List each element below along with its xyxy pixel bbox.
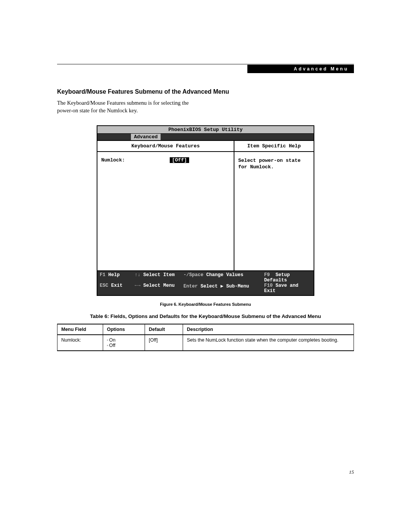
bios-tabs: Advanced [97, 134, 314, 141]
bios-left-header: Keyboard/Mouse Features [97, 141, 234, 152]
cell-field: Numlock: [57, 335, 103, 351]
section-badge: Advanced Menu [247, 65, 354, 73]
th-menu-field: Menu Field [57, 324, 103, 335]
bios-right-header: Item Specific Help [234, 141, 314, 152]
th-description: Description [183, 324, 354, 335]
option-off: Off [107, 343, 141, 348]
table-caption: Table 6: Fields, Options and Defaults fo… [57, 313, 354, 319]
figure-caption: Figure 6. Keyboard/Mouse Features Submen… [57, 302, 354, 307]
table-row: Numlock: On Off [Off] Sets the NumLock f… [57, 335, 354, 351]
th-default: Default [145, 324, 183, 335]
page-content: Advanced Menu Keyboard/Mouse Features Su… [57, 64, 354, 351]
th-options: Options [103, 324, 145, 335]
bios-key-enter: Enter [183, 284, 198, 289]
cell-description: Sets the NumLock function state when the… [183, 335, 354, 351]
bios-field-label: Numlock: [101, 157, 170, 163]
fields-table: Menu Field Options Default Description N… [57, 324, 354, 351]
cell-options: On Off [103, 335, 145, 351]
bios-help-text: Select power-on state for Numlock. [234, 152, 314, 176]
bios-left-panel: Keyboard/Mouse Features Numlock: [Off] [97, 141, 234, 270]
section-body: The Keyboard/Mouse Features submenu is f… [57, 99, 202, 115]
bios-title: PhoenixBIOS Setup Utility [97, 126, 314, 134]
bios-key-f1: F1 [100, 272, 105, 278]
bios-key-f10: F10 [264, 283, 273, 288]
bios-key-space: -/Space [183, 272, 204, 278]
option-on: On [107, 337, 141, 343]
bios-right-panel: Item Specific Help Select power-on state… [234, 141, 314, 270]
bios-key-leftright: ←→ [135, 283, 140, 288]
bios-key-updown: ↑↓ [135, 272, 140, 278]
section-heading: Keyboard/Mouse Features Submenu of the A… [57, 88, 354, 95]
top-rule [57, 64, 354, 64]
bios-key-esc: ESC [100, 283, 108, 288]
bios-tab-advanced: Advanced [131, 134, 161, 140]
page-number: 15 [349, 469, 354, 475]
bios-key-f9: F9 [264, 272, 270, 278]
bios-field-row: Numlock: [Off] [101, 157, 230, 163]
bios-screenshot: PhoenixBIOS Setup Utility Advanced Keybo… [97, 125, 314, 296]
bios-field-value: [Off] [170, 157, 189, 163]
bios-footer: F1 Help ↑↓ Select Item -/Space Change Va… [97, 270, 314, 295]
cell-default: [Off] [145, 335, 183, 351]
